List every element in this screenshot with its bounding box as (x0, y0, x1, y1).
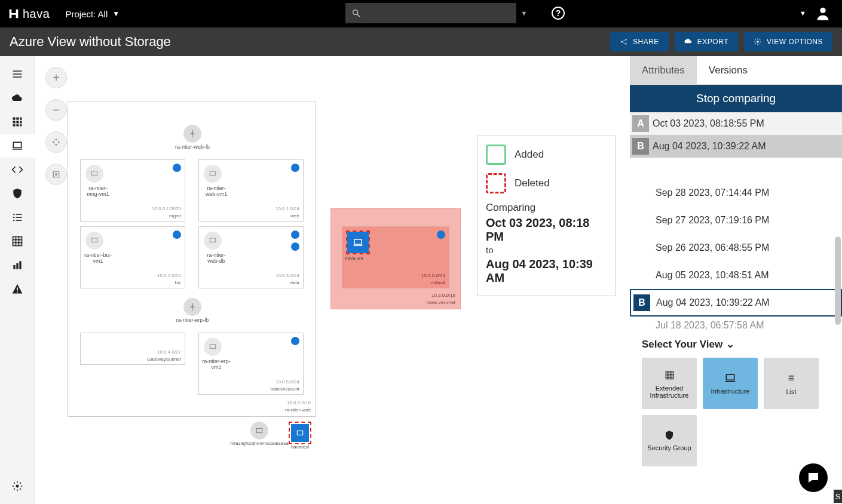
compare-slot-b[interactable]: B Aug 04 2023, 10:39:22 AM (630, 135, 842, 158)
view-label: Extended Infrastructure (642, 385, 697, 399)
svg-rect-35 (19, 261, 21, 269)
version-row[interactable]: Sep 26 2023, 06:48:55 PM (630, 234, 842, 262)
version-row[interactable]: Sep 28 2023, 07:14:44 PM (630, 179, 842, 207)
view-grid: ▦ Extended Infrastructure Infrastructure… (630, 353, 842, 471)
list-icon[interactable] (0, 205, 35, 229)
svg-point-23 (13, 217, 14, 219)
share-icon (620, 38, 628, 46)
view-security[interactable]: Security Group (642, 415, 697, 466)
cloud-icon[interactable] (0, 86, 35, 110)
svg-point-38 (16, 485, 19, 488)
svg-rect-49 (297, 431, 302, 435)
scrollbar-thumb[interactable] (835, 236, 841, 325)
version-row[interactable]: Sep 27 2023, 07:19:16 PM (630, 207, 842, 234)
diagram-canvas[interactable]: + − ra-ntier-web-lb ra-ntier-mng-vm1 10.… (35, 56, 630, 504)
vm-label: ra-ntier-web-vm1 (201, 185, 231, 197)
menu-icon[interactable] (0, 62, 35, 86)
chevron-down-icon: ⌄ (726, 338, 734, 351)
compare-slot-a[interactable]: A Oct 03 2023, 08:18:55 PM (630, 112, 842, 135)
svg-rect-43 (91, 238, 97, 242)
export-button[interactable]: EXPORT (675, 32, 738, 51)
nsg-badge-icon (291, 231, 299, 239)
view-list[interactable]: ≡ List (764, 358, 819, 409)
subnet-name: GatewaySubnet (147, 357, 181, 362)
shield-icon[interactable] (0, 182, 35, 205)
vnet-cidr: 10.3.0.0/16 (431, 293, 455, 298)
svg-point-7 (625, 43, 626, 44)
svg-rect-17 (13, 124, 15, 126)
subnet-cidr: 10.0.2.0/24 (157, 273, 181, 278)
version-list[interactable]: Sep 28 2023, 07:14:44 PM Sep 27 2023, 07… (630, 179, 842, 330)
svg-line-1 (357, 14, 360, 17)
vnet-main[interactable]: ra-ntier-web-lb ra-ntier-mng-vm1 10.0.0.… (68, 102, 316, 417)
storage-item-deleted[interactable]: havatest (284, 422, 316, 450)
lb-mid-node[interactable] (183, 298, 201, 316)
zoom-in-button[interactable]: + (45, 67, 67, 88)
cloud-download-icon (684, 38, 693, 46)
view-options-button[interactable]: VIEW OPTIONS (744, 32, 832, 51)
chat-bubble[interactable] (799, 463, 828, 492)
tab-attributes[interactable]: Attributes (630, 56, 697, 85)
shield-icon (664, 430, 675, 441)
subnet-cidr: 10.0.5.0/24 (275, 379, 299, 385)
center-button[interactable] (45, 164, 67, 185)
vnet-deleted[interactable]: hava-vm 10.3.0.0/24 default 10.3.0.0/16 … (330, 208, 461, 309)
svg-point-22 (13, 214, 14, 216)
tab-versions[interactable]: Versions (697, 56, 760, 85)
subnet-deleted[interactable]: hava-vm 10.3.0.0/24 default (342, 226, 449, 288)
subnet-web[interactable]: ra-ntier-web-vm1 10.0.1.0/24 web (198, 159, 304, 222)
vm-icon (85, 232, 103, 250)
nsg-badge-icon (173, 164, 181, 172)
svg-rect-34 (16, 263, 18, 269)
user-menu-chevron[interactable]: ▼ (800, 10, 806, 17)
laptop-icon[interactable] (0, 134, 35, 158)
user-icon[interactable] (815, 5, 831, 21)
version-row[interactable]: Aug 05 2023, 10:48:51 AM (630, 262, 842, 289)
deleted-vm-node[interactable] (346, 231, 370, 254)
storage-label: n4aziejfkz3hmvmscalesesa (230, 441, 288, 446)
grid-icon[interactable] (0, 110, 35, 134)
export-label: EXPORT (697, 38, 728, 46)
project-selector[interactable]: Project: All ▼ (65, 9, 120, 19)
laptop-icon (724, 372, 736, 384)
stop-comparing-button[interactable]: Stop comparing (630, 85, 842, 112)
compare-legend: Added Deleted Comparing Oct 03 2023, 08:… (477, 136, 616, 296)
view-label: Security Group (647, 444, 691, 451)
storage-icon (250, 422, 268, 440)
settings-icon[interactable] (0, 474, 35, 498)
version-row[interactable]: Jul 18 2023, 06:57:58 AM (630, 316, 842, 330)
help-icon[interactable]: ? (551, 6, 565, 20)
windows-icon: ▦ (665, 368, 675, 381)
vm-icon (204, 232, 222, 250)
subnet-gateway[interactable]: 10.0.4.0/27 GatewaySubnet (80, 333, 185, 365)
storage-item[interactable]: n4aziejfkz3hmvmscalesesa (244, 422, 275, 446)
version-date: Sep 26 2023, 06:48:55 PM (656, 242, 769, 253)
brand-logo[interactable]: hava (7, 7, 50, 21)
lb-top-node[interactable] (183, 125, 201, 143)
badge-a: A (632, 115, 649, 132)
version-row-selected[interactable]: BAug 04 2023, 10:39:22 AM (630, 289, 842, 316)
select-view-label: Select Your View (642, 339, 722, 351)
code-icon[interactable] (0, 158, 35, 182)
subnet-data[interactable]: ra-ntier-web-db 10.0.3.0/24 data (198, 226, 304, 288)
subnet-mgmt[interactable]: ra-ntier-mng-vm1 10.0.0.128/25 mgmt (80, 159, 185, 222)
view-extended[interactable]: ▦ Extended Infrastructure (642, 358, 697, 409)
view-infrastructure[interactable]: Infrastructure (703, 358, 758, 409)
search-dropdown[interactable]: ▼ (516, 3, 532, 23)
subnet-batch[interactable]: ra-ntier-erp-vm1 10.0.5.0/24 batchAccoun… (198, 333, 304, 395)
select-view-heading[interactable]: Select Your View ⌄ (630, 330, 842, 353)
share-button[interactable]: SHARE (610, 32, 669, 51)
badge-b: B (632, 138, 649, 155)
list-icon: ≡ (788, 372, 795, 385)
table-icon[interactable] (0, 229, 35, 253)
vnet-name: ra-ntier-vnet (285, 407, 311, 413)
vm-label: ra-ntier-biz-vm1 (83, 252, 113, 264)
alert-icon[interactable] (0, 277, 35, 301)
svg-rect-42 (210, 171, 215, 175)
view-label: Infrastructure (711, 388, 750, 395)
search-input[interactable] (345, 3, 516, 23)
fit-button[interactable] (45, 131, 67, 153)
chart-icon[interactable] (0, 253, 35, 277)
subnet-biz[interactable]: ra-ntier-biz-vm1 10.0.2.0/24 biz (80, 226, 185, 288)
zoom-out-button[interactable]: − (45, 99, 67, 121)
